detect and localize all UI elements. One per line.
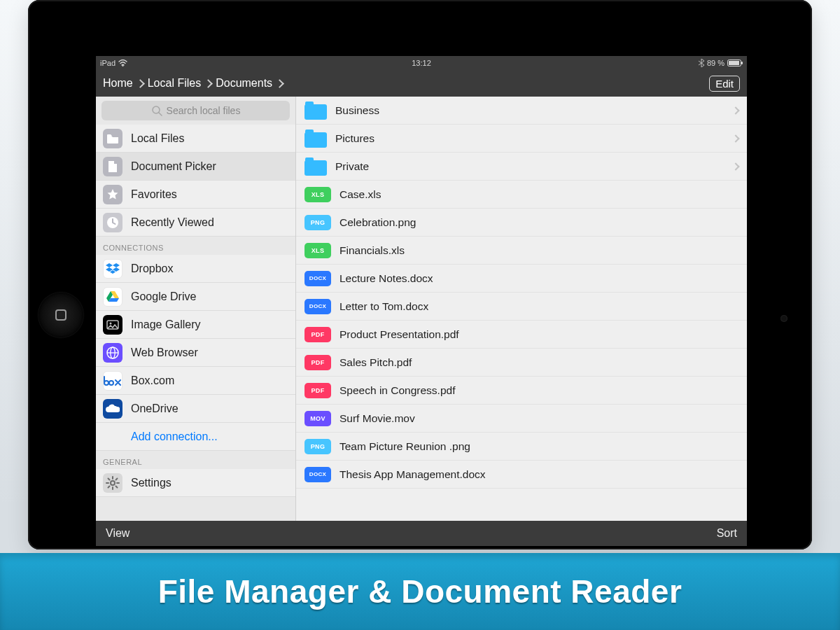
- mov-badge-icon: MOV: [304, 411, 331, 426]
- sidebar-item-label: Settings: [131, 477, 172, 489]
- search-icon: [151, 105, 162, 116]
- file-name: Letter to Tom.docx: [340, 300, 428, 313]
- svg-rect-3: [741, 62, 743, 64]
- device-label: iPad: [100, 59, 115, 67]
- sidebar-item-label: Document Picker: [131, 160, 216, 173]
- breadcrumb-item[interactable]: Local Files: [148, 77, 201, 90]
- main-split: Search local files Local Files Document …: [96, 97, 747, 521]
- svg-rect-2: [729, 61, 739, 65]
- pdf-badge-icon: PDF: [304, 327, 331, 342]
- sidebar-item-label: Image Gallery: [131, 318, 201, 331]
- folder-icon: [304, 130, 327, 148]
- promo-banner: File Manager & Document Reader: [0, 553, 840, 630]
- search-placeholder: Search local files: [167, 105, 241, 116]
- gallery-icon: [103, 315, 122, 335]
- sort-button[interactable]: Sort: [717, 527, 737, 540]
- file-row[interactable]: Business: [296, 97, 747, 125]
- chevron-right-icon: [275, 79, 284, 88]
- battery-label: 89 %: [707, 59, 724, 67]
- file-name: Speech in Congress.pdf: [340, 384, 455, 397]
- edit-button[interactable]: Edit: [709, 76, 740, 92]
- sidebar-item-web-browser[interactable]: Web Browser: [96, 339, 295, 367]
- file-row[interactable]: XLSFinancials.xls: [296, 237, 747, 265]
- file-row[interactable]: DOCXLetter to Tom.docx: [296, 293, 747, 321]
- sidebar-item-label: OneDrive: [131, 402, 178, 415]
- sidebar-item-box[interactable]: Box.com: [96, 367, 295, 395]
- file-name: Lecture Notes.docx: [340, 272, 433, 285]
- sidebar-section-general: GENERAL: [96, 451, 295, 469]
- app-screen: iPad 13:12 89 % Home Local Fil: [96, 56, 747, 546]
- sidebar-section-connections: CONNECTIONS: [96, 237, 295, 255]
- file-name: Team Picture Reunion .png: [340, 440, 470, 453]
- sidebar-item-add-connection[interactable]: Add connection...: [96, 423, 295, 451]
- spacer-icon: [103, 427, 122, 447]
- docx-badge-icon: DOCX: [304, 467, 331, 482]
- ipad-camera: [780, 315, 788, 322]
- sidebar-item-google-drive[interactable]: Google Drive: [96, 283, 295, 311]
- file-row[interactable]: XLSCase.xls: [296, 181, 747, 209]
- sidebar-item-onedrive[interactable]: OneDrive: [96, 395, 295, 423]
- file-row[interactable]: PNGCelebration.png: [296, 209, 747, 237]
- file-name: Product Presentation.pdf: [340, 328, 459, 341]
- view-button[interactable]: View: [106, 527, 130, 540]
- top-bar: Home Local Files Documents Edit: [96, 70, 747, 97]
- sidebar-item-favorites[interactable]: Favorites: [96, 181, 295, 209]
- bottom-bar: View Sort: [96, 521, 747, 546]
- search-input[interactable]: Search local files: [102, 101, 290, 120]
- file-name: Case.xls: [340, 188, 381, 201]
- document-icon: [103, 157, 122, 176]
- file-list[interactable]: BusinessPicturesPrivateXLSCase.xlsPNGCel…: [296, 97, 747, 521]
- xls-badge-icon: XLS: [304, 243, 331, 258]
- bluetooth-icon: [699, 59, 704, 67]
- clock-icon: [103, 213, 122, 232]
- file-row[interactable]: PDFSales Pitch.pdf: [296, 349, 747, 377]
- file-name: Sales Pitch.pdf: [340, 356, 412, 369]
- sidebar-item-settings[interactable]: Settings: [96, 469, 295, 497]
- sidebar-item-label: Recently Viewed: [131, 216, 214, 229]
- folder-icon: [304, 158, 327, 176]
- star-icon: [103, 185, 122, 204]
- file-name: Private: [335, 160, 369, 173]
- file-name: Financials.xls: [340, 244, 405, 257]
- sidebar-item-label: Google Drive: [131, 290, 196, 303]
- file-row[interactable]: DOCXLecture Notes.docx: [296, 265, 747, 293]
- sidebar-item-local-files[interactable]: Local Files: [96, 125, 295, 153]
- sidebar-item-dropbox[interactable]: Dropbox: [96, 255, 295, 283]
- png-badge-icon: PNG: [304, 439, 331, 454]
- box-icon: [103, 371, 122, 391]
- file-row[interactable]: Pictures: [296, 125, 747, 153]
- sidebar-item-label: Local Files: [131, 132, 184, 145]
- file-row[interactable]: MOVSurf Movie.mov: [296, 405, 747, 433]
- chevron-right-icon: [136, 79, 145, 88]
- sidebar-item-label: Box.com: [131, 374, 174, 387]
- chevron-right-icon: [732, 162, 739, 170]
- status-bar: iPad 13:12 89 %: [96, 56, 747, 70]
- file-row[interactable]: PNGTeam Picture Reunion .png: [296, 433, 747, 461]
- sidebar-item-image-gallery[interactable]: Image Gallery: [96, 311, 295, 339]
- chevron-right-icon: [732, 106, 739, 114]
- png-badge-icon: PNG: [304, 215, 331, 230]
- sidebar-item-document-picker[interactable]: Document Picker: [96, 153, 295, 181]
- clock-label: 13:12: [412, 59, 431, 67]
- dropbox-icon: [103, 259, 122, 279]
- breadcrumb: Home Local Files Documents: [103, 77, 283, 90]
- battery-icon: [727, 59, 743, 66]
- file-row[interactable]: PDFSpeech in Congress.pdf: [296, 377, 747, 405]
- file-row[interactable]: DOCXThesis App Management.docx: [296, 461, 747, 489]
- sidebar-item-label: Dropbox: [131, 262, 173, 275]
- svg-point-0: [122, 65, 124, 66]
- file-row[interactable]: PDFProduct Presentation.pdf: [296, 321, 747, 349]
- folder-icon: [304, 102, 327, 120]
- file-name: Business: [335, 104, 379, 117]
- sidebar-item-recently-viewed[interactable]: Recently Viewed: [96, 209, 295, 237]
- breadcrumb-item[interactable]: Home: [103, 77, 133, 90]
- sidebar-item-label: Favorites: [131, 188, 177, 201]
- onedrive-icon: [103, 399, 122, 419]
- file-row[interactable]: Private: [296, 153, 747, 181]
- breadcrumb-item[interactable]: Documents: [216, 77, 272, 90]
- wifi-icon: [118, 59, 127, 66]
- xls-badge-icon: XLS: [304, 187, 331, 202]
- ipad-home-button[interactable]: [38, 293, 83, 337]
- globe-icon: [103, 343, 122, 363]
- gear-icon: [103, 473, 122, 493]
